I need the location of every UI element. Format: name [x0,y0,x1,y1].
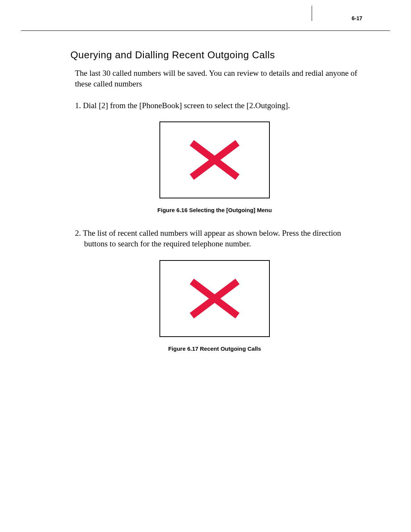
figure-image-placeholder [159,121,270,198]
document-page: 6-17 Querying and Dialling Recent Outgoi… [0,0,411,382]
section-title: Querying and Dialling Recent Outgoing Ca… [70,49,359,61]
step-2-text: 2. The list of recent called numbers wil… [80,228,359,249]
page-content: Querying and Dialling Recent Outgoing Ca… [21,31,390,352]
broken-image-icon [188,278,241,320]
figure-6-17: Figure 6.17 Recent Outgoing Calls [70,260,359,352]
intro-paragraph: The last 30 called numbers will be saved… [70,68,359,89]
broken-image-icon [188,139,241,181]
figure-image-placeholder [159,260,270,337]
page-header: 6-17 [21,13,390,23]
figure-6-17-caption: Figure 6.17 Recent Outgoing Calls [70,345,359,352]
figure-6-16: Figure 6.16 Selecting the [Outgoing] Men… [70,121,359,213]
step-1-text: 1. Dial [2] from the [PhoneBook] screen … [70,100,359,111]
figure-6-16-caption: Figure 6.16 Selecting the [Outgoing] Men… [70,207,359,213]
header-vertical-divider [312,6,312,21]
page-number: 6-17 [352,15,362,21]
